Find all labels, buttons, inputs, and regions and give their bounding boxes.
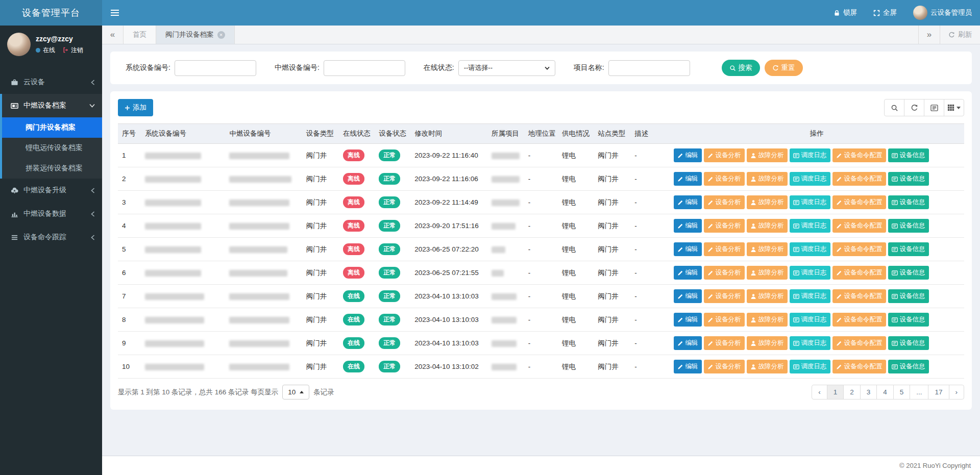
pagination-next-button[interactable]: › [949,385,965,399]
add-button[interactable]: 添加 [118,99,153,116]
fault-analysis-button[interactable]: 故障分析 [747,219,788,233]
search-button[interactable]: 搜索 [722,60,760,76]
pagination-prev-button[interactable]: ‹ [812,385,827,399]
pagination-page-2[interactable]: 2 [843,385,861,399]
edit-button[interactable]: 编辑 [674,219,702,233]
device-command-config-button[interactable]: 设备命令配置 [832,195,886,209]
device-info-button[interactable]: 设备信息 [888,313,929,327]
fault-analysis-button[interactable]: 故障分析 [747,242,788,256]
sidebar-item-云设备[interactable]: 云设备 [2,70,102,94]
device-analysis-button[interactable]: 设备分析 [704,266,745,280]
lock-screen-button[interactable]: 锁屏 [825,0,865,26]
device-analysis-button[interactable]: 设备分析 [704,289,745,303]
edit-button[interactable]: 编辑 [674,336,702,350]
tab-阀门井设备档案[interactable]: 阀门井设备档案× [156,26,235,44]
sidebar-item-中燃设备升级[interactable]: 中燃设备升级 [2,179,102,202]
device-command-config-button[interactable]: 设备命令配置 [832,313,886,327]
edit-button[interactable]: 编辑 [674,266,702,280]
edit-button[interactable]: 编辑 [674,148,702,162]
tabs-scroll-right-button[interactable]: » [918,26,940,44]
zr-device-no-field[interactable] [324,60,405,76]
table-detail-view-button[interactable] [924,99,944,116]
user-menu-button[interactable]: 云设备管理员 [905,0,980,26]
device-command-config-button[interactable]: 设备命令配置 [832,266,886,280]
edit-button[interactable]: 编辑 [674,172,702,186]
dispatch-log-button[interactable]: 调度日志 [790,219,830,233]
device-command-config-button[interactable]: 设备命令配置 [832,360,886,373]
device-analysis-button[interactable]: 设备分析 [704,360,745,373]
sidebar-toggle-button[interactable] [102,0,128,26]
fault-analysis-button[interactable]: 故障分析 [747,148,788,162]
sidebar-item-中燃设备档案[interactable]: 中燃设备档案 [2,94,102,117]
dispatch-log-button[interactable]: 调度日志 [790,242,830,256]
project-name-field[interactable] [608,60,690,76]
dispatch-log-button[interactable]: 调度日志 [790,360,830,373]
online-status-select[interactable]: --请选择-- [458,60,555,76]
fault-analysis-button[interactable]: 故障分析 [747,336,788,350]
sidebar-item-设备命令跟踪[interactable]: 设备命令跟踪 [2,226,102,249]
device-analysis-button[interactable]: 设备分析 [704,148,745,162]
device-command-config-button[interactable]: 设备命令配置 [832,289,886,303]
sidebar-subitem-拼装远传设备档案[interactable]: 拼装远传设备档案 [2,158,102,179]
device-info-button[interactable]: 设备信息 [888,195,929,209]
device-analysis-button[interactable]: 设备分析 [704,313,745,327]
pagination-page-17[interactable]: 17 [928,385,949,399]
edit-button[interactable]: 编辑 [674,289,702,303]
device-analysis-button[interactable]: 设备分析 [704,195,745,209]
pagination-page-3[interactable]: 3 [860,385,877,399]
device-info-button[interactable]: 设备信息 [888,289,929,303]
pagination-page-5[interactable]: 5 [893,385,911,399]
edit-button[interactable]: 编辑 [674,360,702,373]
edit-button[interactable]: 编辑 [674,242,702,256]
table-search-button[interactable] [884,99,904,116]
device-analysis-button[interactable]: 设备分析 [704,219,745,233]
dispatch-log-button[interactable]: 调度日志 [790,148,830,162]
dispatch-log-button[interactable]: 调度日志 [790,266,830,280]
device-info-button[interactable]: 设备信息 [888,266,929,280]
fault-analysis-button[interactable]: 故障分析 [747,172,788,186]
cell-modified-time: 2023-06-25 07:21:55 [410,261,487,285]
tab-refresh-button[interactable]: 刷新 [940,26,980,44]
dispatch-log-button[interactable]: 调度日志 [790,195,830,209]
sidebar-subitem-阀门井设备档案[interactable]: 阀门井设备档案 [2,117,102,138]
dispatch-log-button[interactable]: 调度日志 [790,289,830,303]
page-size-dropdown[interactable]: 10 [282,385,309,399]
fault-analysis-button[interactable]: 故障分析 [747,360,788,373]
system-device-no-field[interactable] [175,60,256,76]
fullscreen-button[interactable]: 全屏 [865,0,905,26]
pagination-page-4[interactable]: 4 [876,385,894,399]
edit-button[interactable]: 编辑 [674,195,702,209]
device-command-config-button[interactable]: 设备命令配置 [832,219,886,233]
fault-analysis-button[interactable]: 故障分析 [747,313,788,327]
dispatch-log-button[interactable]: 调度日志 [790,336,830,350]
device-analysis-button[interactable]: 设备分析 [704,242,745,256]
fault-analysis-button[interactable]: 故障分析 [747,289,788,303]
reset-button[interactable]: 重置 [765,60,803,76]
fault-analysis-button[interactable]: 故障分析 [747,195,788,209]
device-command-config-button[interactable]: 设备命令配置 [832,148,886,162]
tab-close-icon[interactable]: × [217,31,225,39]
tabs-scroll-left-button[interactable]: « [102,26,124,44]
table-columns-button[interactable] [944,99,964,116]
sidebar-item-中燃设备数据[interactable]: 中燃设备数据 [2,202,102,226]
device-analysis-button[interactable]: 设备分析 [704,172,745,186]
dispatch-log-button[interactable]: 调度日志 [790,313,830,327]
table-refresh-button[interactable] [904,99,924,116]
device-command-config-button[interactable]: 设备命令配置 [832,172,886,186]
device-command-config-button[interactable]: 设备命令配置 [832,242,886,256]
device-info-button[interactable]: 设备信息 [888,148,929,162]
tab-首页[interactable]: 首页 [124,26,156,44]
edit-button[interactable]: 编辑 [674,313,702,327]
fault-analysis-button[interactable]: 故障分析 [747,266,788,280]
device-command-config-button[interactable]: 设备命令配置 [832,336,886,350]
device-info-button[interactable]: 设备信息 [888,242,929,256]
dispatch-log-button[interactable]: 调度日志 [790,172,830,186]
device-analysis-button[interactable]: 设备分析 [704,336,745,350]
device-info-button[interactable]: 设备信息 [888,172,929,186]
device-info-button[interactable]: 设备信息 [888,219,929,233]
device-info-button[interactable]: 设备信息 [888,336,929,350]
device-info-button[interactable]: 设备信息 [888,360,929,373]
pagination-page-1[interactable]: 1 [827,385,844,399]
logout-button[interactable]: 注销 [63,46,83,55]
sidebar-subitem-锂电远传设备档案[interactable]: 锂电远传设备档案 [2,138,102,158]
